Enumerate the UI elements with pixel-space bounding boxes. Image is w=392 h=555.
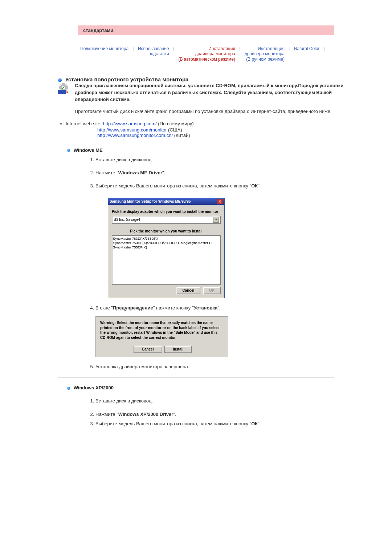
list-item: Нажмите "Windows XP/2000 Driver". [95,411,350,418]
url-prefix: Internet web site : [66,121,103,126]
adapter-label: Pick the display adapter which you want … [112,209,221,214]
cancel-button[interactable]: Cancel [176,287,200,294]
ok-button[interactable]: OK [203,287,221,294]
intro-bold: Следуя приглашениям операционной системы… [75,82,350,103]
tab-label: Инсталляция [258,46,285,51]
list-item: Вставьте диск в дисковод. [95,157,350,163]
win-xp-steps: Вставьте диск в дисковод. Нажмите "Windo… [85,398,350,427]
url-link[interactable]: http://www.samsung.com/monitor [97,127,167,133]
list-item: Нажмите "Windows ME Driver". [95,170,350,176]
bullet-icon [58,78,62,82]
nav-sep: | [323,46,326,51]
list-item: Выберите модель Вашего монитора из списк… [95,421,350,427]
window-title: Samsung Monitor Setup for Windows ME/98/… [110,199,191,204]
list-item: В окне "Предупреждение" нажмите кнопку "… [95,305,350,357]
nav-sep: | [132,46,134,51]
tab-install-auto[interactable]: Инсталляция драйвера монитора (В автомат… [176,46,237,62]
tab-stand[interactable]: Использование подставки [136,46,171,57]
list-item: Установка драйвера монитора завершена. [95,364,350,370]
combo-value: S3 Inc. Savage4 [114,217,140,222]
list-item[interactable]: SyncMaster 755DF(X) [113,245,220,250]
document-page: стандартами. Подключение монитора | Испо… [42,0,350,455]
install-disc-icon: ✓ ➘ [58,83,70,94]
intro-plain: Приготовьте чистый диск и скачайте файл … [75,108,350,115]
tab-install-manual[interactable]: Инсталляция драйвера монитора (В ручном … [242,46,287,62]
tab-sublabel: драйвера монитора [178,51,235,56]
monitor-listbox[interactable]: SyncMaster 783DFX/753DFX SyncMaster 753D… [112,235,221,285]
cancel-button[interactable]: Cancel [134,346,162,353]
url-list: Internet web site :http://www.samsung.co… [42,121,350,126]
url-link[interactable]: http://www.samsung.com/ [103,121,157,126]
tab-sublabel: (В автоматическом режиме) [178,57,235,62]
nav-sep: | [238,46,241,51]
win-me-heading: Windows ME [74,147,103,153]
url-line: http://www.samsung.com/monitor (США) [97,127,182,133]
chevron-down-icon[interactable]: ▾ [213,217,219,223]
screenshot-setup-window: Samsung Monitor Setup for Windows ME/98/… [108,198,225,298]
bullet-icon [67,387,70,390]
bullet-icon [67,149,70,152]
list-item: Internet web site :http://www.samsung.co… [66,121,350,126]
win-me-steps: Вставьте диск в дисковод. Нажмите "Windo… [85,157,350,370]
close-icon[interactable]: ✕ [217,199,223,204]
tab-sublabel: драйвера монитора [245,51,285,56]
list-item: Выберите модель Вашего монитора из списк… [95,183,350,298]
monitor-label: Pick the monitor which you want to insta… [112,229,221,234]
list-item[interactable]: SyncMaster 783DFX/753DFX [113,236,220,241]
url-suffix: (Китай) [173,133,190,138]
list-item[interactable]: SyncMaster 753DF(X)/783DF(X)/783DF(X), M… [113,241,220,245]
tab-label: Инсталляция [208,46,235,51]
top-banner: стандартами. [78,25,334,35]
section-title: Установка поворотного устройства монитор… [65,76,189,82]
nav-sep: | [172,46,175,51]
nav-sep: | [288,46,290,51]
tab-sublabel: (В ручном режиме) [245,57,285,62]
warning-text: Warning: Select the monitor name that ex… [100,320,224,340]
tab-natural-color[interactable]: Natural Color [292,46,322,51]
screenshot-warning-dialog: Warning: Select the monitor name that ex… [95,316,228,357]
list-item: Вставьте диск в дисковод. [95,398,350,404]
section-divider [58,377,334,378]
tab-sublabel: подставки [138,51,169,56]
url-suffix: (США) [167,127,182,133]
adapter-combo[interactable]: S3 Inc. Savage4 ▾ [112,216,221,224]
install-icon-cell: ✓ ➘ [58,82,75,115]
install-button[interactable]: Install [164,346,192,353]
url-suffix: (По всему миру) [157,121,194,126]
tab-connect[interactable]: Подключение монитора [78,46,131,51]
tab-label: Использование [138,46,169,51]
win-xp-heading: Windows XP/2000 [74,385,114,390]
url-link[interactable]: http://www.samsungmonitor.com.cn/ [97,133,173,138]
tab-nav: Подключение монитора | Использование под… [42,46,387,62]
url-line: http://www.samsungmonitor.com.cn/ (Китай… [97,133,190,138]
section-heading-row: Установка поворотного устройства монитор… [42,76,350,82]
